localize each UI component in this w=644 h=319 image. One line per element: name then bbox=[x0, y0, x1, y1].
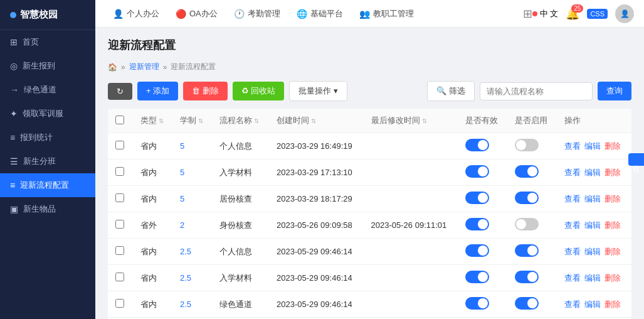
toggle-active-1[interactable] bbox=[515, 165, 539, 178]
cell-active-1 bbox=[507, 160, 557, 186]
topnav-item-3[interactable]: 🌐基础平台 bbox=[289, 4, 351, 23]
toggle-enabled-2[interactable] bbox=[465, 192, 489, 204]
search-input[interactable] bbox=[480, 82, 593, 100]
edit-btn-0[interactable]: 编辑 bbox=[584, 141, 601, 151]
cell-credit-4: 2.5 bbox=[172, 239, 212, 265]
topnav-item-4[interactable]: 👥教职工管理 bbox=[352, 4, 421, 23]
view-btn-1[interactable]: 查看 bbox=[564, 168, 581, 177]
recycle-button[interactable]: ♻ 回收站 bbox=[233, 82, 285, 100]
sidebar-item-1[interactable]: ◎新生报到 bbox=[0, 54, 95, 78]
sidebar-label-4: 报到统计 bbox=[20, 132, 53, 143]
view-btn-4[interactable]: 查看 bbox=[564, 247, 581, 256]
select-all-checkbox[interactable] bbox=[115, 116, 124, 124]
breadcrumb-management[interactable]: 迎新管理 bbox=[129, 62, 159, 72]
topnav-item-1[interactable]: 🔴OA办公 bbox=[168, 4, 225, 23]
toggle-active-2[interactable] bbox=[515, 192, 539, 204]
sidebar-item-4[interactable]: ≡报到统计 bbox=[0, 126, 95, 149]
add-button[interactable]: + 添加 bbox=[137, 82, 178, 100]
topnav-item-2[interactable]: 🕐考勤管理 bbox=[226, 4, 288, 23]
edit-btn-1[interactable]: 编辑 bbox=[584, 168, 601, 177]
view-btn-6[interactable]: 查看 bbox=[564, 300, 581, 309]
toggle-enabled-4[interactable] bbox=[465, 244, 489, 257]
row-checkbox-1[interactable] bbox=[115, 167, 124, 176]
sidebar-icon-6: ≡ bbox=[10, 180, 15, 190]
col-header-7[interactable]: 操作 bbox=[557, 109, 631, 133]
delete-btn-4[interactable]: 删除 bbox=[604, 247, 621, 256]
edit-btn-2[interactable]: 编辑 bbox=[584, 194, 601, 203]
toggle-enabled-1[interactable] bbox=[465, 165, 489, 178]
row-checkbox-6[interactable] bbox=[115, 299, 124, 308]
toggle-active-6[interactable] bbox=[515, 297, 539, 310]
cell-credit-6: 2.5 bbox=[172, 291, 212, 318]
cell-created-4: 2023-05-29 09:46:14 bbox=[269, 239, 364, 265]
search-button[interactable]: 查询 bbox=[598, 82, 631, 100]
delete-btn-5[interactable]: 删除 bbox=[604, 273, 621, 283]
col-header-3[interactable]: 创建时间⇅ bbox=[269, 109, 364, 133]
sidebar-item-5[interactable]: ☰新生分班 bbox=[0, 149, 95, 173]
col-header-6[interactable]: 是否启用 bbox=[507, 109, 557, 133]
row-checkbox-0[interactable] bbox=[115, 141, 124, 149]
edit-btn-6[interactable]: 编辑 bbox=[584, 300, 601, 309]
grid-icon[interactable]: ⊞ bbox=[523, 7, 532, 21]
batch-button[interactable]: 批量操作 ▾ bbox=[289, 81, 347, 101]
home-icon[interactable]: 🏠 bbox=[108, 63, 117, 72]
toggle-active-3[interactable] bbox=[515, 218, 539, 230]
view-btn-3[interactable]: 查看 bbox=[564, 220, 581, 230]
delete-button[interactable]: 🗑 删除 bbox=[183, 82, 228, 100]
avatar[interactable]: 👤 bbox=[615, 4, 634, 23]
cell-type-1: 省内 bbox=[133, 160, 172, 186]
view-btn-2[interactable]: 查看 bbox=[564, 194, 581, 203]
cell-created-1: 2023-03-29 17:13:10 bbox=[269, 160, 364, 186]
cell-name-3: 身份核查 bbox=[212, 212, 269, 239]
col-header-4[interactable]: 最后修改时间⇅ bbox=[364, 109, 458, 133]
refresh-button[interactable]: ↻ bbox=[108, 83, 132, 100]
edit-btn-3[interactable]: 编辑 bbox=[584, 220, 601, 230]
view-btn-0[interactable]: 查看 bbox=[564, 141, 581, 151]
cell-modified-0 bbox=[364, 133, 458, 160]
sidebar-item-7[interactable]: ▣新生物品 bbox=[0, 197, 95, 221]
toggle-active-5[interactable] bbox=[515, 271, 539, 283]
cell-type-5: 省内 bbox=[133, 265, 172, 291]
edit-btn-4[interactable]: 编辑 bbox=[584, 247, 601, 256]
edit-btn-5[interactable]: 编辑 bbox=[584, 273, 601, 283]
delete-btn-2[interactable]: 删除 bbox=[604, 194, 621, 203]
toggle-knob-enabled-5 bbox=[478, 272, 488, 282]
toggle-active-4[interactable] bbox=[515, 244, 539, 257]
notification-bell[interactable]: 🔔 25 bbox=[566, 7, 579, 21]
col-header-0[interactable]: 类型⇅ bbox=[133, 109, 172, 133]
toggle-enabled-6[interactable] bbox=[465, 297, 489, 310]
sidebar-label-1: 新生报到 bbox=[23, 60, 55, 72]
row-checkbox-3[interactable] bbox=[115, 220, 124, 229]
view-btn-5[interactable]: 查看 bbox=[564, 273, 581, 283]
topnav-item-0[interactable]: 👤个人办公 bbox=[105, 4, 167, 23]
cell-actions-5: 查看编辑删除 bbox=[557, 265, 631, 291]
breadcrumb-sep1: » bbox=[121, 63, 125, 72]
toggle-enabled-3[interactable] bbox=[465, 218, 489, 230]
row-checkbox-4[interactable] bbox=[115, 246, 124, 255]
topnav-icon-4: 👥 bbox=[359, 9, 370, 19]
col-header-1[interactable]: 学制⇅ bbox=[172, 109, 212, 133]
sidebar-item-3[interactable]: ✦领取军训服 bbox=[0, 102, 95, 126]
topnav-label-1: OA办公 bbox=[189, 8, 218, 19]
sidebar-item-6[interactable]: ≡迎新流程配置 bbox=[0, 173, 95, 197]
sidebar-item-0[interactable]: ⊞首页 bbox=[0, 30, 95, 54]
delete-btn-6[interactable]: 删除 bbox=[604, 300, 621, 309]
filter-button[interactable]: 🔍 筛选 bbox=[427, 81, 475, 101]
cell-enabled-0 bbox=[458, 133, 507, 160]
language-switcher[interactable]: 中 文 bbox=[532, 8, 559, 19]
right-panel-tab[interactable]: 收 bbox=[628, 153, 644, 166]
delete-btn-1[interactable]: 删除 bbox=[604, 168, 621, 177]
row-checkbox-2[interactable] bbox=[115, 193, 124, 202]
toggle-active-0[interactable] bbox=[515, 139, 539, 151]
sidebar-item-2[interactable]: →绿色通道 bbox=[0, 78, 95, 102]
delete-btn-3[interactable]: 删除 bbox=[604, 220, 621, 230]
delete-btn-0[interactable]: 删除 bbox=[604, 141, 621, 151]
row-checkbox-5[interactable] bbox=[115, 273, 124, 281]
sidebar-label-0: 首页 bbox=[23, 36, 39, 48]
table-row: 省内2.5个人信息2023-05-29 09:46:14查看编辑删除 bbox=[108, 239, 631, 265]
toggle-enabled-0[interactable] bbox=[465, 139, 489, 151]
col-header-2[interactable]: 流程名称⇅ bbox=[212, 109, 269, 133]
toggle-enabled-5[interactable] bbox=[465, 271, 489, 283]
col-header-5[interactable]: 是否有效 bbox=[458, 109, 507, 133]
lang-icon bbox=[532, 11, 537, 16]
